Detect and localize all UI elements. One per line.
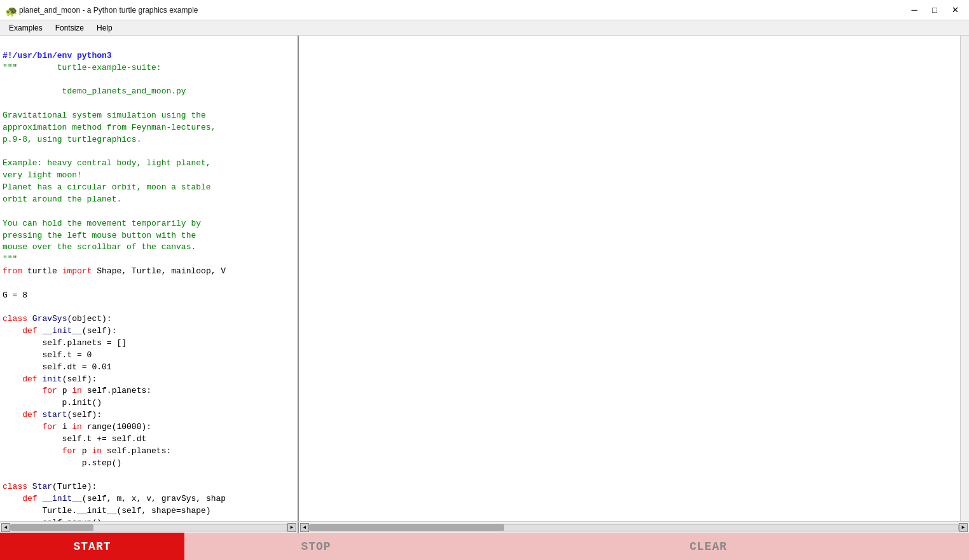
hscroll-right-arrow-right[interactable]: ►	[959, 523, 968, 532]
minimize-button[interactable]: ─	[905, 3, 923, 17]
stop-button[interactable]: STOP	[184, 533, 448, 560]
window-title: planet_and_moon - a Python turtle graphi…	[19, 6, 198, 15]
hscroll-left-arrow[interactable]: ◄	[1, 523, 10, 532]
menu-bar: Examples Fontsize Help	[0, 20, 969, 36]
hscroll-left[interactable]: ◄ ►	[0, 522, 299, 533]
maximize-button[interactable]: □	[926, 3, 944, 17]
hscroll-row: ◄ ► ◄ ►	[0, 521, 969, 533]
canvas-scrollbar-right[interactable]	[960, 36, 969, 521]
stop-button-area: STOP	[184, 533, 448, 560]
code-content: #!/usr/bin/env python3 """ turtle-exampl…	[3, 38, 298, 521]
hscroll-right-thumb[interactable]	[310, 524, 504, 531]
hscroll-left-arrow-right[interactable]: ◄	[300, 523, 309, 532]
code-editor[interactable]: #!/usr/bin/env python3 """ turtle-exampl…	[0, 36, 298, 521]
hscroll-right[interactable]: ◄ ►	[299, 522, 969, 533]
clear-button-area: CLEAR	[448, 533, 969, 560]
hscroll-right-arrow-left[interactable]: ►	[287, 523, 296, 532]
canvas-panel	[299, 36, 969, 521]
close-button[interactable]: ✕	[946, 3, 964, 17]
start-button-area: START	[0, 533, 184, 560]
title-bar-left: 🐢 planet_and_moon - a Python turtle grap…	[5, 5, 198, 15]
start-button[interactable]: START	[0, 533, 184, 560]
hscroll-left-thumb[interactable]	[11, 524, 93, 531]
code-panel: #!/usr/bin/env python3 """ turtle-exampl…	[0, 36, 299, 521]
hscroll-right-track[interactable]	[309, 524, 959, 531]
bottom-bar: START STOP CLEAR	[0, 533, 969, 560]
menu-examples[interactable]: Examples	[3, 22, 49, 34]
menu-help[interactable]: Help	[90, 22, 119, 34]
main-content: #!/usr/bin/env python3 """ turtle-exampl…	[0, 36, 969, 521]
hscroll-left-track[interactable]	[10, 524, 287, 531]
clear-button[interactable]: CLEAR	[448, 533, 969, 560]
title-bar: 🐢 planet_and_moon - a Python turtle grap…	[0, 0, 969, 20]
window-controls[interactable]: ─ □ ✕	[905, 3, 964, 17]
app-icon: 🐢	[5, 5, 15, 15]
menu-fontsize[interactable]: Fontsize	[49, 22, 90, 34]
